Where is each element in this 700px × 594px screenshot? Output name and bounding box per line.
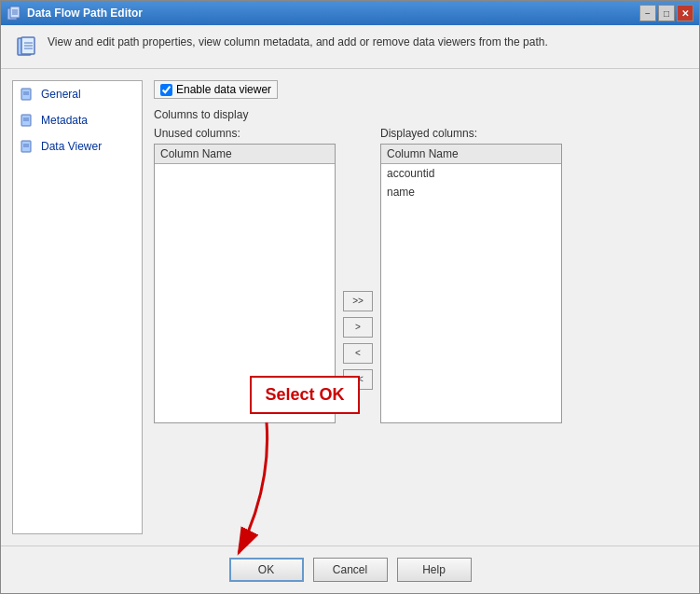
enable-checkbox[interactable] [160,84,172,96]
unused-columns-table[interactable]: Column Name [154,144,336,423]
header-description: View and edit path properties, view colu… [48,35,548,50]
nav-metadata-icon [21,113,35,128]
window-icon [7,6,21,21]
main-content: General Metadata [1,69,699,546]
header-area: View and edit path properties, view colu… [1,25,699,69]
main-window: Data Flow Path Editor − □ ✕ View and edi… [0,0,700,594]
enable-checkbox-text: Enable data viewer [176,83,271,96]
nav-dataviewer-icon [21,139,35,154]
nav-dataviewer-label: Data Viewer [41,140,102,153]
nav-metadata-label: Metadata [41,114,88,127]
columns-body: Unused columns: Column Name >> > < << [154,127,688,534]
nav-general-icon [21,87,35,102]
ok-button-container: Select OK OK [229,558,304,582]
cancel-button[interactable]: Cancel [313,558,388,582]
footer: Select OK OK Cancel Help [1,546,699,593]
nav-item-general[interactable]: General [13,81,142,107]
ok-button[interactable]: OK [229,558,304,582]
title-bar: Data Flow Path Editor − □ ✕ [1,1,699,25]
window-title: Data Flow Path Editor [27,7,639,20]
maximize-button[interactable]: □ [658,5,675,21]
nav-general-label: General [41,88,81,101]
displayed-columns-header: Column Name [381,145,561,164]
help-button[interactable]: Help [397,558,472,582]
nav-item-metadata[interactable]: Metadata [13,107,142,133]
enable-checkbox-label[interactable]: Enable data viewer [154,80,278,99]
unused-columns-group: Unused columns: Column Name [154,127,336,423]
move-all-left-button[interactable]: << [343,369,373,390]
displayed-row-name[interactable]: name [381,183,561,201]
columns-section: Columns to display Unused columns: Colum… [154,108,688,534]
arrow-buttons: >> > < << [343,291,373,390]
unused-columns-header: Column Name [155,145,335,164]
move-left-button[interactable]: < [343,343,373,364]
minimize-button[interactable]: − [639,5,656,21]
displayed-columns-label: Displayed columns: [380,127,562,140]
displayed-columns-table[interactable]: Column Name accountid name [380,144,562,423]
enable-row: Enable data viewer [154,80,688,99]
move-all-right-button[interactable]: >> [343,291,373,311]
displayed-row-accountid[interactable]: accountid [381,164,561,183]
close-button[interactable]: ✕ [677,5,693,21]
left-nav: General Metadata [12,80,143,534]
unused-columns-label: Unused columns: [154,127,336,140]
columns-section-title: Columns to display [154,108,688,121]
title-bar-buttons: − □ ✕ [639,5,693,21]
header-icon [16,36,38,59]
move-right-button[interactable]: > [343,317,373,338]
displayed-columns-group: Displayed columns: Column Name accountid… [380,127,562,423]
nav-item-data-viewer[interactable]: Data Viewer [13,133,142,159]
right-panel: Enable data viewer Columns to display Un… [154,80,688,534]
